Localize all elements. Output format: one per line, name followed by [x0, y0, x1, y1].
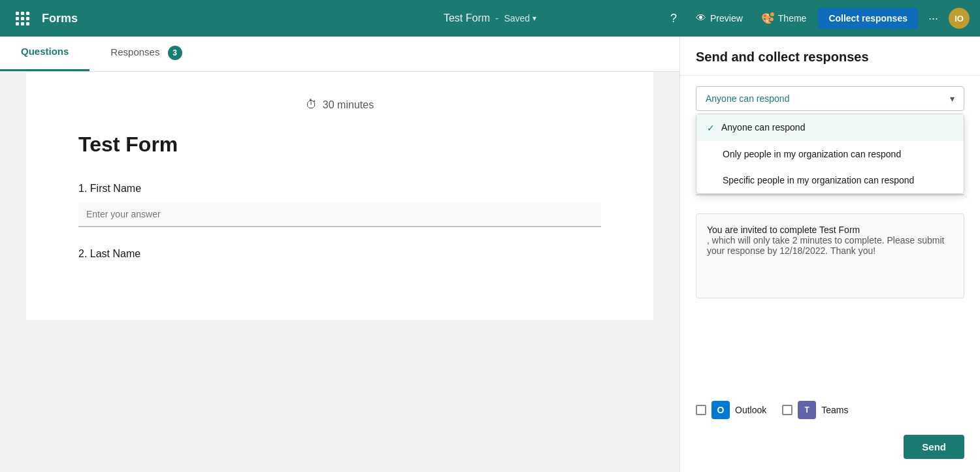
dropdown-chevron-icon: ▾ [950, 93, 955, 104]
question-label-1: 1. First Name [78, 183, 601, 195]
form-title: Test Form [444, 12, 490, 24]
more-options-button[interactable]: ··· [923, 9, 943, 28]
send-button[interactable]: Send [904, 435, 964, 459]
form-area: Questions Responses 3 ⏱ 30 minutes Test … [0, 37, 679, 472]
dropdown-section: Anyone can respond ▾ ✓ Anyone can respon… [680, 76, 980, 121]
dropdown-option-anyone[interactable]: ✓ Anyone can respond [696, 114, 964, 141]
share-options: O Outlook T Teams [680, 393, 980, 427]
check-icon: ✓ [707, 123, 715, 133]
dropdown-selected-label: Anyone can respond [706, 93, 789, 104]
help-button[interactable]: ? [663, 8, 684, 29]
timer-value: 30 minutes [323, 99, 374, 111]
theme-icon-container: 🎨 [761, 12, 774, 25]
header-left: Forms [10, 7, 78, 30]
panel-header: Send and collect responses [680, 37, 980, 76]
message-invite-line: You are invited to complete Test Form [707, 225, 953, 235]
tab-responses-label: Responses [110, 46, 159, 57]
question-item-2: 2. Last Name [78, 248, 601, 260]
right-panel: Send and collect responses Anyone can re… [679, 37, 980, 472]
dropdown-option-anyone-label: Anyone can respond [721, 122, 805, 133]
collect-responses-button[interactable]: Collect responses [818, 8, 918, 29]
message-section: You are invited to complete Test Form , … [680, 203, 980, 393]
tab-responses[interactable]: Responses 3 [90, 37, 203, 71]
title-separator: - [495, 12, 498, 24]
ellipsis-icon: ··· [928, 12, 938, 25]
dropdown-menu: ✓ Anyone can respond Only people in my o… [696, 114, 964, 194]
question-text-2: Last Name [90, 248, 140, 259]
theme-label: Theme [778, 13, 807, 24]
preview-label: Preview [710, 13, 743, 24]
panel-title: Send and collect responses [696, 50, 964, 65]
teams-icon: T [798, 401, 816, 419]
tab-questions-label: Questions [21, 46, 69, 57]
app-name: Forms [42, 12, 78, 25]
share-option-outlook[interactable]: O Outlook [696, 401, 766, 419]
saved-chevron-icon[interactable]: ▾ [532, 14, 536, 23]
theme-button[interactable]: 🎨 Theme [755, 8, 813, 29]
header-right: ? 👁 Preview 🎨 Theme Collect responses ··… [663, 8, 970, 29]
message-body-line: , which will only take 2 minutes to comp… [707, 235, 953, 256]
outlook-icon: O [711, 401, 730, 419]
responses-badge: 3 [168, 46, 182, 60]
preview-icon: 👁 [696, 12, 706, 24]
user-initials: IO [955, 14, 964, 24]
form-scroll-inner: ⏱ 30 minutes Test Form 1. First Name 2. … [26, 72, 653, 320]
question-number-2: 2. [78, 248, 87, 259]
dropdown-option-org-label: Only people in my organization can respo… [723, 149, 901, 159]
message-box: You are invited to complete Test Form , … [696, 213, 964, 298]
outlook-checkbox[interactable] [696, 405, 706, 415]
saved-label: Saved [504, 13, 530, 24]
header: Forms Test Form - Saved ▾ ? 👁 Preview 🎨 … [0, 0, 980, 37]
share-option-teams[interactable]: T Teams [782, 401, 848, 419]
dropdown-option-specific-label: Specific people in my organization can r… [723, 175, 914, 185]
tab-questions[interactable]: Questions [0, 37, 90, 71]
waffle-menu-button[interactable] [10, 7, 34, 30]
question-number-1: 1. [78, 183, 87, 194]
collect-responses-label: Collect responses [828, 13, 907, 24]
dropdown-option-specific[interactable]: Specific people in my organization can r… [696, 167, 964, 193]
form-content[interactable]: ⏱ 30 minutes Test Form 1. First Name 2. … [0, 72, 679, 472]
teams-label: Teams [821, 405, 848, 415]
header-center: Test Form - Saved ▾ [444, 12, 536, 24]
question-label-2: 2. Last Name [78, 248, 601, 260]
waffle-icon [16, 12, 29, 25]
tabs-bar: Questions Responses 3 [0, 37, 679, 72]
timer-row: ⏱ 30 minutes [78, 98, 601, 112]
preview-button[interactable]: 👁 Preview [689, 8, 749, 28]
dropdown-option-org[interactable]: Only people in my organization can respo… [696, 141, 964, 167]
question-text-1: First Name [90, 183, 141, 194]
timer-icon: ⏱ [306, 98, 318, 112]
saved-status: Saved ▾ [504, 13, 536, 24]
answer-input-1[interactable] [78, 202, 601, 227]
send-section: Send [680, 427, 980, 472]
form-heading: Test Form [78, 133, 601, 157]
question-item-1: 1. First Name [78, 183, 601, 227]
teams-checkbox[interactable] [782, 405, 792, 415]
respond-dropdown-trigger[interactable]: Anyone can respond ▾ [696, 86, 964, 111]
main-layout: Questions Responses 3 ⏱ 30 minutes Test … [0, 37, 980, 472]
user-avatar[interactable]: IO [949, 8, 970, 29]
theme-badge-dot [769, 11, 776, 18]
outlook-label: Outlook [735, 405, 766, 415]
